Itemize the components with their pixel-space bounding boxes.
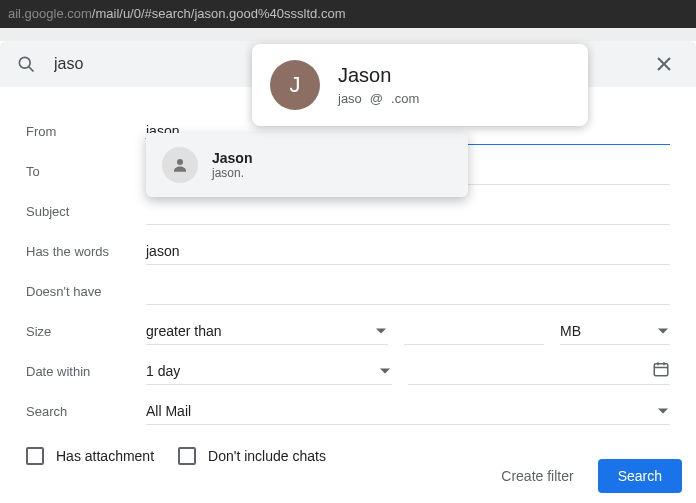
subject-label: Subject [26, 204, 146, 219]
from-label: From [26, 124, 146, 139]
has-words-field[interactable]: jason [146, 237, 670, 265]
dont-include-chats-checkbox[interactable]: Don't include chats [178, 447, 326, 465]
size-label: Size [26, 324, 146, 339]
suggestion-name: Jason [212, 150, 252, 166]
svg-line-1 [29, 67, 34, 72]
person-icon [162, 147, 198, 183]
search-scope-label: Search [26, 404, 146, 419]
chevron-down-icon [658, 328, 668, 333]
search-icon[interactable] [12, 54, 40, 74]
chevron-down-icon [380, 368, 390, 373]
contact-hover-card: J Jason jaso@.com [252, 44, 588, 126]
search-scope-select[interactable]: All Mail [146, 397, 670, 425]
window-gap [0, 28, 696, 41]
suggestion-email: jason. [212, 166, 252, 180]
contact-email: jaso@.com [338, 91, 419, 106]
has-words-label: Has the words [26, 244, 146, 259]
create-filter-button[interactable]: Create filter [491, 460, 583, 492]
calendar-icon[interactable] [652, 360, 670, 378]
form-actions: Create filter Search [491, 459, 682, 493]
date-range-select[interactable]: 1 day [146, 357, 392, 385]
url-host: ail.google.com [8, 6, 92, 21]
date-field[interactable] [408, 357, 670, 385]
chevron-down-icon [658, 408, 668, 413]
search-button[interactable]: Search [598, 459, 682, 493]
checkbox-icon [178, 447, 196, 465]
suggestion-item[interactable]: Jason jason. [146, 141, 468, 189]
close-icon[interactable] [644, 44, 684, 84]
dont-include-chats-label: Don't include chats [208, 448, 326, 464]
svg-point-8 [177, 159, 183, 165]
size-unit-select[interactable]: MB [560, 317, 670, 345]
has-attachment-checkbox[interactable]: Has attachment [26, 447, 154, 465]
address-bar[interactable]: ail.google.com/mail/u/0/#search/jason.go… [0, 0, 696, 28]
doesnt-have-field[interactable] [146, 277, 670, 305]
contact-autosuggest: Jason jason. [146, 133, 468, 197]
svg-rect-4 [654, 364, 668, 376]
checkbox-icon [26, 447, 44, 465]
size-operator-select[interactable]: greater than [146, 317, 388, 345]
subject-field[interactable] [146, 197, 670, 225]
chevron-down-icon [376, 328, 386, 333]
avatar: J [270, 60, 320, 110]
date-within-label: Date within [26, 364, 146, 379]
to-label: To [26, 164, 146, 179]
svg-point-0 [19, 57, 30, 68]
contact-name: Jason [338, 64, 419, 87]
has-attachment-label: Has attachment [56, 448, 154, 464]
size-value-field[interactable] [404, 317, 544, 345]
doesnt-have-label: Doesn't have [26, 284, 146, 299]
url-path: /mail/u/0/#search/jason.good%40sssltd.co… [92, 6, 346, 21]
